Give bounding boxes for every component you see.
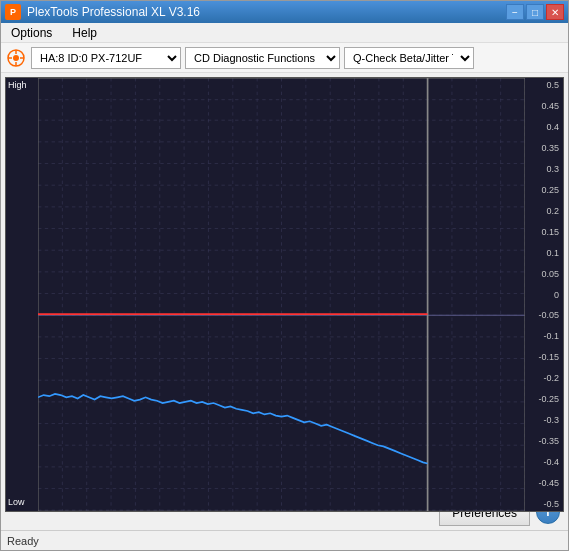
menu-options[interactable]: Options: [5, 24, 58, 42]
menu-help[interactable]: Help: [66, 24, 103, 42]
main-window: P PlexTools Professional XL V3.16 − □ ✕ …: [0, 0, 569, 551]
window-controls: − □ ✕: [506, 4, 564, 20]
toolbar: HA:8 ID:0 PX-712UF CD Diagnostic Functio…: [1, 43, 568, 73]
chart-container: High Low: [5, 77, 564, 512]
title-bar-left: P PlexTools Professional XL V3.16: [5, 4, 200, 20]
title-bar: P PlexTools Professional XL V3.16 − □ ✕: [1, 1, 568, 23]
close-button[interactable]: ✕: [546, 4, 564, 20]
function-select[interactable]: CD Diagnostic Functions: [185, 47, 340, 69]
status-bar: Ready: [1, 530, 568, 550]
test-select[interactable]: Q-Check Beta/Jitter Test: [344, 47, 474, 69]
chart-area: High Low: [1, 73, 568, 459]
y-axis-left: High Low: [6, 78, 38, 511]
menu-bar: Options Help: [1, 23, 568, 43]
svg-point-1: [13, 55, 19, 61]
app-icon: P: [5, 4, 21, 20]
device-icon: [5, 47, 27, 69]
y-axis-right: 0.5 0.45 0.4 0.35 0.3 0.25 0.2 0.15 0.1 …: [525, 78, 563, 511]
maximize-button[interactable]: □: [526, 4, 544, 20]
window-title: PlexTools Professional XL V3.16: [27, 5, 200, 19]
status-text: Ready: [7, 535, 39, 547]
device-select[interactable]: HA:8 ID:0 PX-712UF: [31, 47, 181, 69]
chart-inner: [38, 78, 525, 511]
minimize-button[interactable]: −: [506, 4, 524, 20]
chart-svg: [38, 78, 525, 511]
